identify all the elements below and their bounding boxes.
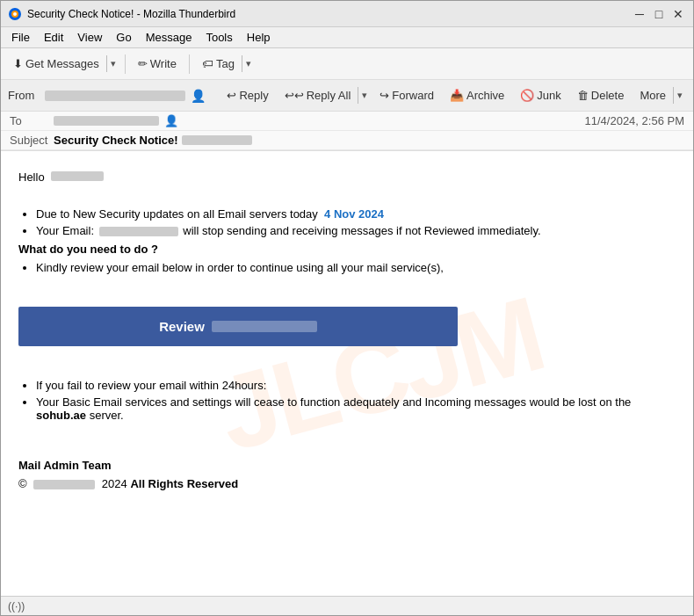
archive-button[interactable]: 📥 Archive: [443, 86, 511, 105]
reply-icon: ↩: [227, 89, 236, 102]
menu-tools[interactable]: Tools: [199, 29, 239, 46]
delete-icon: 🗑: [577, 89, 589, 102]
toolbar-separator-2: [189, 54, 190, 74]
fail-bullet-1: If you fail to review your email within …: [36, 379, 676, 392]
pencil-icon: ✏: [138, 57, 148, 70]
subject-value: Security Check Notice!: [54, 134, 178, 147]
download-icon: ⬇: [13, 57, 23, 70]
copyright-blurred: [33, 480, 95, 489]
email-header: From 👤 ↩ Reply ↩↩ Reply All ▾ ↪: [1, 80, 693, 151]
server-name: sohub.ae: [36, 409, 86, 422]
bullet-2: Your Email: will stop sending and receiv…: [36, 224, 676, 237]
get-messages-dropdown[interactable]: ▾: [106, 55, 119, 72]
email-content: Hello Due to New Security updates on all…: [18, 170, 676, 490]
email-blurred: [99, 227, 178, 236]
more-dropdown[interactable]: ▾: [673, 87, 686, 104]
reply-all-button[interactable]: ↩↩ Reply All: [278, 86, 358, 105]
junk-button[interactable]: 🚫 Junk: [513, 86, 567, 105]
app-icon: [8, 7, 22, 21]
action-buttons: ↩ Reply ↩↩ Reply All ▾ ↪ Forward 📥 Arch: [220, 86, 686, 105]
menu-message[interactable]: Message: [139, 29, 199, 46]
subject-row: Subject Security Check Notice!: [1, 131, 693, 150]
subject-extra: [182, 135, 252, 145]
maximize-button[interactable]: □: [651, 6, 667, 22]
forward-icon: ↪: [380, 89, 389, 102]
tag-dropdown[interactable]: ▾: [242, 55, 255, 72]
reply-button[interactable]: ↩ Reply: [220, 86, 275, 105]
action-bar: From 👤 ↩ Reply ↩↩ Reply All ▾ ↪: [1, 80, 693, 112]
get-messages-btn-pair: ⬇ Get Messages ▾: [6, 54, 119, 73]
tag-btn-pair: 🏷 Tag ▾: [195, 54, 255, 73]
contact-icon[interactable]: 👤: [191, 89, 206, 103]
toolbar: ⬇ Get Messages ▾ ✏ Write 🏷 Tag ▾: [1, 48, 693, 80]
subject-label: Subject: [10, 134, 54, 147]
forward-button[interactable]: ↪ Forward: [372, 86, 441, 105]
date-highlight: 4 Nov 2024: [324, 207, 384, 221]
status-bar: ((·)): [1, 596, 693, 615]
kindly-bullet: Kindly review your email below in order …: [36, 261, 676, 274]
body-list-1: Due to New Security updates on all Email…: [36, 207, 676, 237]
reply-all-pair: ↩↩ Reply All ▾: [278, 86, 372, 105]
archive-icon: 📥: [450, 89, 464, 102]
minimize-button[interactable]: ─: [632, 6, 647, 22]
tag-button[interactable]: 🏷 Tag: [195, 54, 242, 73]
more-pair: More ▾: [633, 86, 686, 105]
more-button[interactable]: More: [633, 86, 673, 105]
title-bar: Security Check Notice! - Mozilla Thunder…: [1, 1, 693, 27]
email-date: 11/4/2024, 2:56 PM: [585, 114, 684, 127]
tag-icon: 🏷: [202, 57, 213, 70]
close-button[interactable]: ✕: [670, 6, 686, 22]
toolbar-separator-1: [125, 54, 126, 74]
bullet-1: Due to New Security updates on all Email…: [36, 207, 676, 221]
email-body: JLCJM Hello Due to New Security updates …: [1, 151, 693, 596]
to-row: To 👤 11/4/2024, 2:56 PM: [1, 112, 693, 131]
from-value: [45, 91, 185, 101]
window-controls: ─ □ ✕: [632, 6, 686, 22]
get-messages-button[interactable]: ⬇ Get Messages: [6, 54, 106, 73]
junk-icon: 🚫: [520, 89, 534, 102]
body-list-3: If you fail to review your email within …: [36, 379, 676, 422]
svg-point-2: [13, 12, 17, 16]
review-btn-blurred: [212, 321, 317, 332]
from-label: From: [8, 89, 34, 102]
body-list-2: Kindly review your email below in order …: [36, 261, 676, 274]
to-value: [54, 116, 159, 126]
to-label: To: [10, 114, 54, 127]
reply-all-dropdown[interactable]: ▾: [358, 87, 371, 104]
window-title: Security Check Notice! - Mozilla Thunder…: [27, 8, 632, 20]
menu-help[interactable]: Help: [240, 29, 278, 46]
menu-edit[interactable]: Edit: [37, 29, 70, 46]
to-contact-icon[interactable]: 👤: [164, 114, 178, 127]
greeting: Hello: [18, 170, 676, 184]
connection-icon: ((·)): [8, 600, 25, 612]
delete-button[interactable]: 🗑 Delete: [570, 86, 632, 105]
copyright-line: © 2024 All Rights Reserved: [18, 477, 676, 490]
review-btn-container: Review: [18, 307, 676, 346]
reply-all-icon: ↩↩: [285, 89, 304, 102]
from-area: From 👤: [8, 89, 218, 103]
menu-bar: File Edit View Go Message Tools Help: [1, 27, 693, 48]
menu-file[interactable]: File: [4, 29, 37, 46]
review-button[interactable]: Review: [18, 307, 458, 346]
greeting-name: [51, 171, 104, 181]
menu-view[interactable]: View: [70, 29, 109, 46]
main-window: Security Check Notice! - Mozilla Thunder…: [0, 0, 694, 616]
menu-go[interactable]: Go: [109, 29, 138, 46]
signature-line1: Mail Admin Team: [18, 459, 676, 472]
section-heading: What do you need to do ?: [18, 243, 676, 256]
write-button[interactable]: ✏ Write: [131, 54, 184, 73]
fail-bullet-2: Your Basic Email services and settings w…: [36, 395, 676, 422]
